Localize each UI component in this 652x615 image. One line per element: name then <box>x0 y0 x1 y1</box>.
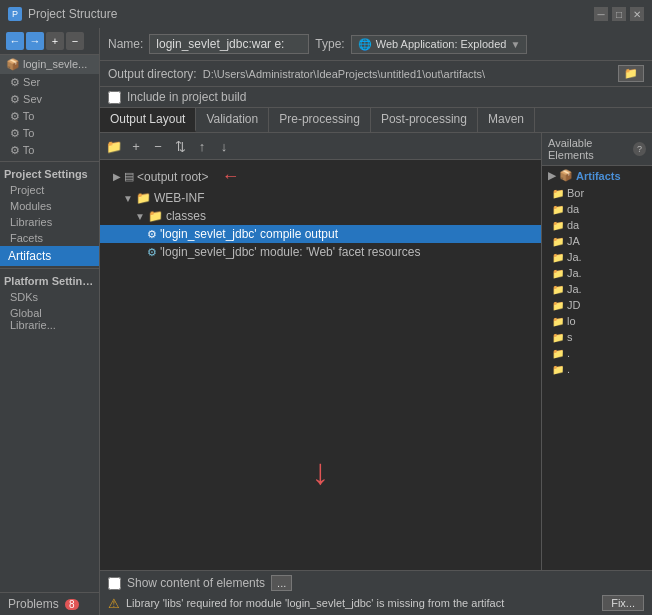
sidebar-sub-to3[interactable]: ⚙ To <box>0 142 99 159</box>
sidebar-libraries[interactable]: Libraries <box>0 214 99 230</box>
sidebar-nav: ← → + − <box>0 28 99 55</box>
problems-bar[interactable]: Problems 8 <box>0 592 99 615</box>
sidebar-sub-ser[interactable]: ⚙ Ser <box>0 74 99 91</box>
element-s[interactable]: 📁 s <box>542 329 652 345</box>
minimize-button[interactable]: ─ <box>594 7 608 21</box>
tree-node-web-inf[interactable]: ▼ 📁 WEB-INF <box>100 189 541 207</box>
window-controls: ─ □ ✕ <box>594 7 644 21</box>
sidebar-facets[interactable]: Facets <box>0 230 99 246</box>
sidebar: ← → + − 📦 login_sevle... ⚙ Ser ⚙ Sev ⚙ T… <box>0 28 100 615</box>
sidebar-platform-settings-header[interactable]: Platform Settings <box>0 271 99 289</box>
element-ja1[interactable]: 📁 JA <box>542 233 652 249</box>
sidebar-sdks[interactable]: SDKs <box>0 289 99 305</box>
app-icon: P <box>8 7 22 21</box>
content-area: Name: login_sevlet_jdbc:war e: Type: 🌐 W… <box>100 28 652 615</box>
expand-arrow-classes-icon: ▼ <box>135 211 145 222</box>
classes-label: classes <box>166 209 206 223</box>
element-jd[interactable]: 📁 JD <box>542 297 652 313</box>
element-dot2[interactable]: 📁 . <box>542 361 652 377</box>
element-icon: 📁 <box>552 284 564 295</box>
artifacts-label: Artifacts <box>8 249 51 263</box>
section-arrow-icon: ▶ <box>548 170 556 181</box>
tree-folder-btn[interactable]: 📁 <box>104 136 124 156</box>
tree-node-facet-resources[interactable]: ⚙ 'login_sevlet_jdbc' module: 'Web' face… <box>100 243 541 261</box>
include-project-checkbox[interactable] <box>108 91 121 104</box>
artifact-name: login_sevle... <box>23 58 87 70</box>
element-ja4[interactable]: 📁 Ja. <box>542 281 652 297</box>
remove-button[interactable]: − <box>66 32 84 50</box>
element-icon: 📁 <box>552 300 564 311</box>
tree-content: ▶ ▤ <output root> ← ▼ 📁 WEB-INF <box>100 160 541 265</box>
tree-add-btn[interactable]: + <box>126 136 146 156</box>
tree-toolbar: 📁 + − ⇅ ↑ ↓ <box>100 133 541 160</box>
bottom-bar: Show content of elements ... ⚠ Library '… <box>100 570 652 615</box>
warning-row: ⚠ Library 'libs' required for module 'lo… <box>108 595 644 611</box>
name-label: Name: <box>108 37 143 51</box>
facet-resources-label: 'login_sevlet_jdbc' module: 'Web' facet … <box>160 245 420 259</box>
project-settings-label: Project Settings <box>4 168 88 180</box>
dots-button[interactable]: ... <box>271 575 292 591</box>
name-field[interactable]: login_sevlet_jdbc:war e: <box>149 34 309 54</box>
artifacts-section-icon: 📦 <box>559 169 573 182</box>
nav-back-button[interactable]: ← <box>6 32 24 50</box>
output-dir-value: D:\Users\Administrator\IdeaProjects\unti… <box>203 68 612 80</box>
compile-output-icon: ⚙ <box>147 228 157 241</box>
warning-text: Library 'libs' required for module 'logi… <box>126 597 596 609</box>
show-content-row: Show content of elements ... <box>108 575 644 591</box>
sidebar-sub-sev[interactable]: ⚙ Sev <box>0 91 99 108</box>
browse-button[interactable]: 📁 <box>618 65 644 82</box>
nav-forward-button[interactable]: → <box>26 32 44 50</box>
close-button[interactable]: ✕ <box>630 7 644 21</box>
element-icon: 📁 <box>552 332 564 343</box>
element-ja3[interactable]: 📁 Ja. <box>542 265 652 281</box>
tab-maven[interactable]: Maven <box>478 108 535 132</box>
problems-label: Problems <box>8 597 59 611</box>
element-icon: 📁 <box>552 316 564 327</box>
elements-artifacts-header[interactable]: ▶ 📦 Artifacts <box>542 166 652 185</box>
sidebar-sub-to2[interactable]: ⚙ To <box>0 125 99 142</box>
tree-remove-btn[interactable]: − <box>148 136 168 156</box>
platform-settings-label: Platform Settings <box>4 275 95 287</box>
tree-down-btn[interactable]: ↓ <box>214 136 234 156</box>
tab-output-layout[interactable]: Output Layout <box>100 108 196 132</box>
tree-panel: 📁 + − ⇅ ↑ ↓ ▶ ▤ <output root> <box>100 133 542 570</box>
output-dir-label: Output directory: <box>108 67 197 81</box>
add-button[interactable]: + <box>46 32 64 50</box>
sidebar-artifacts[interactable]: Artifacts <box>0 246 99 266</box>
output-root-label: <output root> <box>137 170 208 184</box>
maximize-button[interactable]: □ <box>612 7 626 21</box>
webinf-folder-icon: 📁 <box>136 191 151 205</box>
show-content-checkbox[interactable] <box>108 577 121 590</box>
element-da2[interactable]: 📁 da <box>542 217 652 233</box>
element-da1[interactable]: 📁 da <box>542 201 652 217</box>
sidebar-project-settings-header[interactable]: Project Settings <box>0 164 99 182</box>
tree-sort-btn[interactable]: ⇅ <box>170 136 190 156</box>
tree-node-compile-output[interactable]: ⚙ 'login_sevlet_jdbc' compile output <box>100 225 541 243</box>
element-icon: 📁 <box>552 364 564 375</box>
sidebar-project[interactable]: Project <box>0 182 99 198</box>
tree-node-classes[interactable]: ▼ 📁 classes <box>100 207 541 225</box>
sidebar-modules[interactable]: Modules <box>0 198 99 214</box>
sidebar-global-libraries[interactable]: Global Librarie... <box>0 305 99 333</box>
type-label: Type: <box>315 37 344 51</box>
artifacts-section-label: Artifacts <box>576 170 621 182</box>
help-icon[interactable]: ? <box>633 142 646 156</box>
tab-pre-processing[interactable]: Pre-processing <box>269 108 371 132</box>
red-arrow-down-annotation: ↓ <box>312 454 330 490</box>
type-select[interactable]: 🌐 Web Application: Exploded ▼ <box>351 35 528 54</box>
fix-button[interactable]: Fix... <box>602 595 644 611</box>
sidebar-sub-to1[interactable]: ⚙ To <box>0 108 99 125</box>
expand-arrow-icon: ▶ <box>113 171 121 182</box>
sidebar-artifact-item[interactable]: 📦 login_sevle... <box>0 55 99 74</box>
tab-post-processing[interactable]: Post-processing <box>371 108 478 132</box>
expand-arrow-webinf-icon: ▼ <box>123 193 133 204</box>
element-bor[interactable]: 📁 Bor <box>542 185 652 201</box>
tree-node-output-root[interactable]: ▶ ▤ <output root> ← <box>100 164 541 189</box>
red-arrow-right-icon: ← <box>221 166 239 187</box>
element-ja2[interactable]: 📁 Ja. <box>542 249 652 265</box>
element-lo[interactable]: 📁 lo <box>542 313 652 329</box>
element-dot1[interactable]: 📁 . <box>542 345 652 361</box>
element-icon: 📁 <box>552 252 564 263</box>
tab-validation[interactable]: Validation <box>196 108 269 132</box>
tree-up-btn[interactable]: ↑ <box>192 136 212 156</box>
